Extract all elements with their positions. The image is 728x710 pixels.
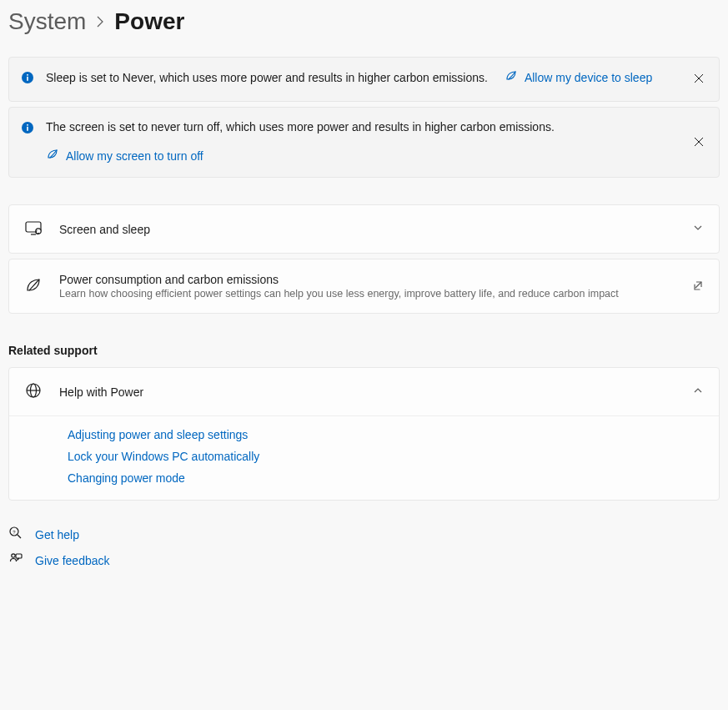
screen-and-sleep-card[interactable]: Screen and sleep [8, 204, 720, 254]
help-link-adjusting[interactable]: Adjusting power and sleep settings [68, 428, 704, 441]
give-feedback-label: Give feedback [35, 554, 110, 567]
svg-rect-2 [27, 74, 28, 76]
help-link-mode[interactable]: Changing power mode [68, 471, 704, 485]
help-with-power-card: Help with Power Adjusting power and slee… [8, 367, 720, 501]
power-consumption-card[interactable]: Power consumption and carbon emissions L… [8, 259, 720, 314]
allow-sleep-label: Allow my device to sleep [525, 70, 652, 87]
page-title: Power [114, 8, 184, 35]
give-feedback-link[interactable]: Give feedback [8, 551, 720, 569]
leaf-icon [24, 276, 43, 297]
info-icon [21, 71, 34, 87]
feedback-icon [8, 551, 23, 569]
allow-screen-off-link[interactable]: Allow my screen to turn off [46, 148, 203, 166]
svg-text:?: ? [13, 530, 16, 535]
get-help-label: Get help [35, 528, 79, 541]
open-external-icon [692, 279, 704, 294]
help-icon: ? [8, 526, 23, 543]
help-link-lock[interactable]: Lock your Windows PC automatically [68, 450, 704, 463]
breadcrumb: System Power [8, 8, 720, 35]
leaf-icon [46, 148, 59, 166]
banner-message: Sleep is set to Never, which uses more p… [46, 70, 488, 87]
breadcrumb-parent[interactable]: System [8, 8, 86, 35]
banner-message: The screen is set to never turn off, whi… [46, 119, 679, 136]
power-consumption-subtitle: Learn how choosing efficient power setti… [59, 288, 675, 300]
close-icon[interactable] [690, 69, 707, 89]
chevron-up-icon [692, 385, 704, 399]
svg-rect-4 [27, 127, 28, 131]
info-banner-screen: The screen is set to never turn off, whi… [8, 107, 720, 178]
monitor-icon [24, 219, 43, 239]
close-icon[interactable] [690, 133, 707, 153]
svg-point-12 [12, 554, 15, 557]
get-help-link[interactable]: ? Get help [8, 526, 720, 543]
help-with-power-title: Help with Power [59, 385, 675, 399]
svg-rect-13 [16, 554, 22, 558]
info-banner-sleep: Sleep is set to Never, which uses more p… [8, 57, 720, 102]
leaf-icon [505, 69, 518, 88]
chevron-down-icon [692, 222, 704, 236]
footer-links: ? Get help Give feedback [8, 526, 720, 569]
info-icon [21, 121, 34, 137]
chevron-right-icon [96, 16, 104, 28]
help-with-power-header[interactable]: Help with Power [9, 368, 719, 415]
power-consumption-title: Power consumption and carbon emissions [59, 273, 675, 286]
related-support-heading: Related support [8, 344, 720, 357]
screen-and-sleep-title: Screen and sleep [59, 223, 675, 236]
globe-icon [24, 381, 43, 402]
svg-rect-5 [27, 124, 28, 126]
allow-screen-off-label: Allow my screen to turn off [66, 149, 203, 165]
help-links-list: Adjusting power and sleep settings Lock … [9, 415, 719, 500]
svg-rect-1 [27, 77, 28, 81]
allow-sleep-link[interactable]: Allow my device to sleep [505, 69, 652, 88]
